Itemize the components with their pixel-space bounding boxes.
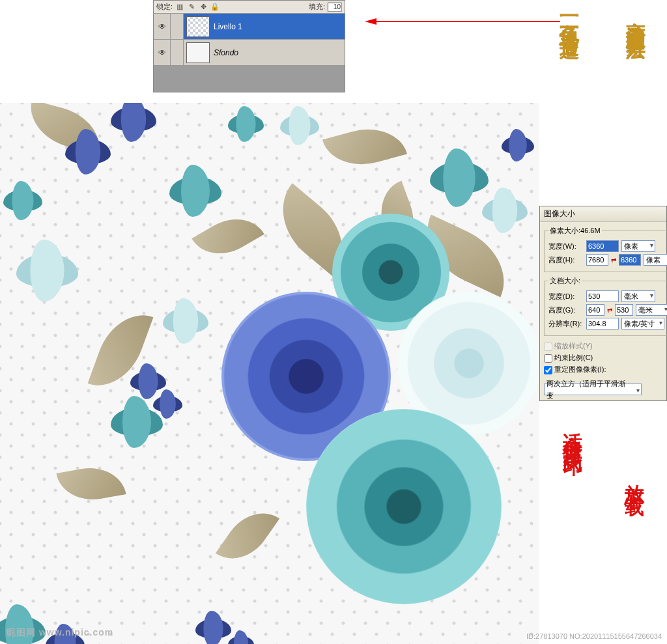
annotation-gold-right: 高清通道分层 [622,7,649,30]
doc-width-label: 宽度(D): [548,292,584,301]
constrain-proportions-checkbox[interactable] [544,354,552,363]
visibility-eye-icon[interactable]: 👁 [154,40,171,65]
link-indicator-icon: ⇄ [607,307,612,314]
small-flower [111,103,156,142]
small-flower [163,298,208,344]
annotation-arrow [365,18,560,25]
lock-position-icon[interactable]: ✥ [199,3,208,12]
pixel-dimensions-group: 像素大小:46.6M 宽度(W): 像素 高度(H): ⇄ 像素 [544,226,667,272]
watermark-left: 昵图网 www.nipic.com [7,627,113,639]
layer-thumbnail[interactable] [186,42,210,63]
pixel-dimensions-legend: 像素大小:46.6M [548,226,602,236]
leaf-shape [216,500,279,572]
doc-height-label: 高度(G): [548,305,584,315]
constrain-proportions-label: 约束比例(C) [554,354,593,361]
document-size-legend: 文档大小: [548,276,582,286]
annotation-red-left: 适合任何形式印 [559,417,586,444]
layers-toolbar: 锁定: ▥ ✎ ✥ 🔒 填充: 10 [154,1,345,14]
height-px-unit-select[interactable]: 像素 [644,254,667,266]
resample-checkbox[interactable] [544,366,552,374]
small-flower [280,106,319,145]
doc-height-input[interactable] [586,304,604,316]
height-px-label: 高度(H): [548,255,584,265]
small-flower [169,165,221,217]
layer-link-column[interactable] [171,40,184,65]
layer-link-column[interactable] [171,14,184,39]
fill-value-field[interactable]: 10 [328,3,342,12]
dialog-title: 图像大小 [540,206,666,222]
small-flower [195,611,231,644]
doc-height-unit-select[interactable]: 毫米 [636,304,667,316]
layers-panel-padding [154,66,345,92]
width-px-label: 宽度(W): [548,242,584,251]
resolution-unit-select[interactable]: 像素/英寸 [621,318,664,329]
width-px-input[interactable] [586,240,619,252]
layers-panel: 锁定: ▥ ✎ ✥ 🔒 填充: 10 👁 Livello 1 👁 Sfondo [153,0,345,92]
small-flower [16,240,78,301]
layer-name[interactable]: Sfondo [214,48,345,57]
lock-label: 锁定: [156,2,173,12]
height-px-linked-input[interactable] [619,254,641,266]
lock-all-icon[interactable]: 🔒 [210,3,220,12]
width-px-unit-select[interactable]: 像素 [621,240,655,252]
small-flower [3,181,42,220]
lock-transparent-icon[interactable]: ▥ [175,3,184,12]
resample-label: 重定图像像素(I): [554,365,606,373]
small-flower [228,106,264,142]
link-indicator-icon: ⇄ [611,257,616,264]
visibility-eye-icon[interactable]: 👁 [154,14,171,39]
resample-method-select[interactable]: 两次立方（适用于平滑渐变 [544,384,642,395]
scale-styles-label: 缩放样式(Y) [554,342,593,350]
doc-width-input[interactable] [586,290,619,302]
small-flower [482,188,528,233]
lock-image-icon[interactable]: ✎ [187,3,196,12]
small-flower [111,396,163,448]
resolution-input[interactable] [586,318,619,329]
leaf-shape [322,119,407,174]
small-flower [228,630,254,644]
doc-height-linked-input[interactable] [615,304,633,316]
layer-name[interactable]: Livello 1 [214,22,345,31]
scale-styles-checkbox[interactable] [544,343,552,351]
options-checks: 缩放样式(Y) 约束比例(C) 重定图像像素(I): 两次立方（适用于平滑渐变 [544,340,662,395]
watermark-right: ID:27813070 NO:20201115155647266034 [526,632,662,640]
layer-row[interactable]: 👁 Livello 1 [154,14,345,40]
flower-teal-large [306,409,502,604]
resolution-label: 分辨率(R): [548,319,584,329]
small-flower [65,129,111,175]
annotation-gold-left: 一色块一通道 [556,5,582,29]
height-px-input[interactable] [586,254,608,266]
small-flower [430,148,489,207]
document-size-group: 文档大小: 宽度(D): 毫米 高度(G): ⇄ 毫米 分辨率(R): 像素/英… [544,276,667,336]
layer-thumbnail[interactable] [186,16,210,37]
small-flower [502,129,534,161]
fill-label: 填充: [309,2,325,12]
leaf-shape [56,462,126,506]
artwork-preview: 昵图网 www.nipic.com [0,103,539,644]
annotation-red-right: 放心下载 [621,469,647,484]
image-size-dialog: 图像大小 像素大小:46.6M 宽度(W): 像素 高度(H): ⇄ 像素 文档… [539,206,667,401]
layer-row[interactable]: 👁 Sfondo [154,40,345,66]
doc-width-unit-select[interactable]: 毫米 [621,290,655,302]
